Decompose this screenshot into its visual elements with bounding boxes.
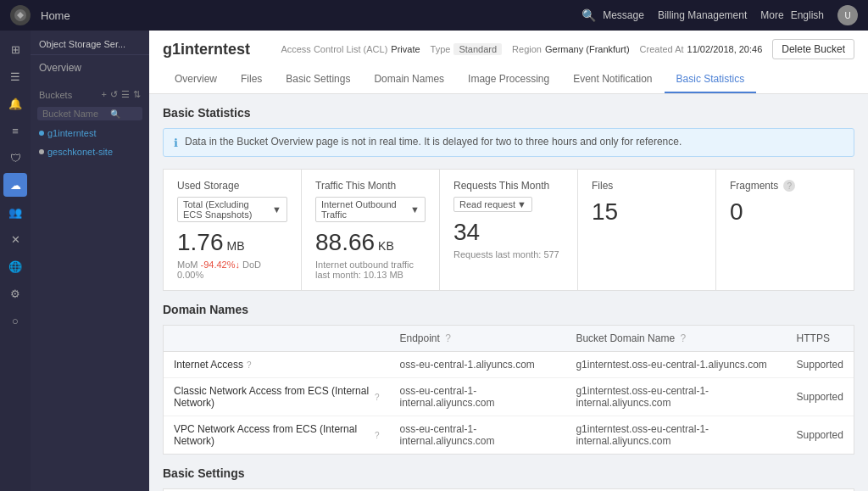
stat-requests-dropdown[interactable]: Read request ▼ — [453, 197, 532, 212]
sidebar-item-g1interntest[interactable]: g1interntest — [31, 124, 149, 142]
bucket-dot-active — [39, 131, 44, 136]
stat-storage-sub: MoM -94.42%↓ DoD 0.00% — [177, 259, 287, 280]
stat-storage-unit: MB — [227, 239, 245, 253]
sort-icon[interactable]: ⇅ — [133, 89, 141, 100]
stat-fragments-label: Fragments — [730, 180, 778, 192]
bucket-search[interactable]: 🔍 — [37, 107, 142, 120]
vpc-help-icon[interactable]: ? — [375, 431, 380, 440]
more-link[interactable]: More — [760, 9, 783, 21]
meta-type: Type Standard — [431, 43, 503, 55]
sidebar-icon-globe[interactable]: 🌐 — [3, 254, 27, 278]
user-avatar[interactable]: U — [837, 5, 858, 25]
app-logo — [10, 5, 31, 25]
list-view-icon[interactable]: ☰ — [121, 89, 130, 100]
chevron-down-icon-requests: ▼ — [517, 199, 526, 209]
endpoint-internet: oss-eu-central-1.aliyuncs.com — [389, 352, 565, 378]
domain-row-vpc: VPC Network Access from ECS (Internal Ne… — [164, 416, 854, 455]
stat-block-traffic: Traffic This Month Internet Outbound Tra… — [302, 170, 440, 290]
meta-created: Created At 11/02/2018, 20:46 — [640, 44, 763, 54]
delete-bucket-button[interactable]: Delete Bucket — [772, 39, 854, 59]
stat-requests-value: 34 — [453, 219, 480, 246]
main-layout: ⊞ ☰ 🔔 ≡ 🛡 ☁ 👥 ✕ 🌐 ⚙ ○ Object Storage Ser… — [0, 31, 868, 491]
tab-event-notification[interactable]: Event Notification — [561, 66, 664, 93]
domain-row-internet: Internet Access ? oss-eu-central-1.aliyu… — [164, 352, 854, 378]
basic-statistics-title: Basic Statistics — [163, 106, 854, 120]
sidebar-icon-list[interactable]: ≡ — [3, 119, 27, 142]
meta-acl: Access Control List (ACL) Private — [281, 44, 420, 54]
sidebar-item-overview[interactable]: Overview — [31, 55, 149, 81]
language-selector[interactable]: English — [791, 9, 824, 21]
stat-storage-mom: -94.42%↓ — [201, 259, 240, 270]
col-https: HTTPS — [787, 326, 854, 352]
stat-traffic-label: Traffic This Month — [315, 180, 396, 192]
top-navigation: Home 🔍 Message Billing Management More E… — [0, 0, 868, 31]
endpoint-classic: oss-eu-central-1-internal.aliyuncs.com — [389, 378, 565, 416]
stat-traffic-sub: Internet outbound traffic last month: 10… — [315, 259, 426, 280]
bucket-actions: + ↺ ☰ ⇅ — [102, 89, 141, 100]
sidebar-icon-cross[interactable]: ✕ — [3, 227, 27, 251]
sidebar-icon-overview[interactable]: ☰ — [3, 64, 27, 88]
col-row-label — [164, 326, 389, 352]
chevron-down-icon: ▼ — [272, 204, 281, 215]
bucket-search-input[interactable] — [42, 109, 110, 119]
tab-basic-settings[interactable]: Basic Settings — [274, 66, 362, 93]
bucket-dot — [39, 149, 44, 154]
stat-traffic-dropdown[interactable]: Internet Outbound Traffic ▼ — [315, 197, 426, 222]
search-icon[interactable]: 🔍 — [581, 8, 596, 22]
stat-requests-label: Requests This Month — [453, 180, 549, 192]
stat-storage-dod: 0.00% — [177, 270, 203, 280]
https-classic: Supported — [787, 378, 854, 416]
bucket-header-row: g1interntest Access Control List (ACL) P… — [163, 39, 854, 59]
domain-names-table: Endpoint ? Bucket Domain Name ? HTTPS — [164, 326, 854, 454]
info-icon: ℹ — [174, 137, 178, 149]
domain-names-section: Endpoint ? Bucket Domain Name ? HTTPS — [163, 325, 854, 455]
sidebar-icon-users[interactable]: 👥 — [3, 200, 27, 224]
stat-block-fragments: Fragments ? 0 — [716, 170, 854, 290]
bucket-meta: Access Control List (ACL) Private Type S… — [281, 39, 854, 59]
endpoint-help-icon[interactable]: ? — [445, 332, 451, 344]
message-link[interactable]: Message — [603, 9, 644, 21]
tab-files[interactable]: Files — [229, 66, 274, 93]
refresh-icon[interactable]: ↺ — [110, 89, 118, 100]
add-bucket-icon[interactable]: + — [102, 89, 107, 100]
stat-files-label: Files — [592, 180, 613, 192]
tab-domain-names[interactable]: Domain Names — [362, 66, 456, 93]
tab-basic-statistics[interactable]: Basic Statistics — [665, 66, 757, 93]
nav-sidebar: Object Storage Ser... Overview Buckets +… — [31, 31, 149, 491]
sidebar-icon-alert[interactable]: 🔔 — [3, 92, 27, 115]
sidebar-icon-circle[interactable]: ○ — [3, 309, 27, 332]
fragments-help-icon[interactable]: ? — [783, 180, 795, 192]
stat-fragments-value: 0 — [730, 198, 743, 226]
stat-traffic-value: 88.66 — [315, 229, 375, 256]
stat-traffic-unit: KB — [378, 239, 394, 253]
home-link[interactable]: Home — [41, 9, 70, 22]
bucket-domain-help-icon[interactable]: ? — [680, 332, 686, 344]
service-title: Object Storage Ser... — [31, 31, 149, 55]
content-header: g1interntest Access Control List (ACL) P… — [149, 31, 868, 94]
classic-help-icon[interactable]: ? — [375, 393, 380, 402]
tab-image-processing[interactable]: Image Processing — [456, 66, 561, 93]
tab-overview[interactable]: Overview — [163, 66, 229, 93]
internet-help-icon[interactable]: ? — [247, 360, 252, 370]
https-vpc: Supported — [787, 416, 854, 455]
domain-names-title: Domain Names — [163, 303, 854, 316]
sidebar-icon-shield[interactable]: 🛡 — [3, 146, 27, 170]
sidebar-icon-settings[interactable]: ⚙ — [3, 282, 27, 305]
sidebar-icon-grid[interactable]: ⊞ — [3, 37, 27, 61]
sidebar-item-geschkonet-site[interactable]: geschkonet-site — [31, 142, 149, 161]
billing-link[interactable]: Billing Management — [658, 9, 747, 21]
icon-sidebar: ⊞ ☰ 🔔 ≡ 🛡 ☁ 👥 ✕ 🌐 ⚙ ○ — [0, 31, 31, 491]
sidebar-section-buckets: Buckets + ↺ ☰ ⇅ — [31, 81, 149, 103]
basic-settings-title: Basic Settings — [163, 466, 854, 480]
stats-row: Used Storage Total (Excluding ECS Snapsh… — [163, 169, 854, 291]
col-bucket-domain: Bucket Domain Name ? — [565, 326, 786, 352]
stat-block-files: Files 15 — [578, 170, 716, 290]
endpoint-vpc: oss-eu-central-1-internal.aliyuncs.com — [389, 416, 565, 455]
stat-block-storage: Used Storage Total (Excluding ECS Snapsh… — [164, 170, 302, 290]
bucket-name-title: g1interntest — [163, 41, 250, 59]
bucket-domain-vpc: g1interntest.oss-eu-central-1-internal.a… — [565, 416, 786, 455]
stat-storage-dropdown[interactable]: Total (Excluding ECS Snapshots) ▼ — [177, 197, 287, 222]
stat-block-requests: Requests This Month Read request ▼ 34 Re… — [440, 170, 578, 290]
sidebar-icon-cloud[interactable]: ☁ — [3, 173, 27, 197]
https-internet: Supported — [787, 352, 854, 378]
